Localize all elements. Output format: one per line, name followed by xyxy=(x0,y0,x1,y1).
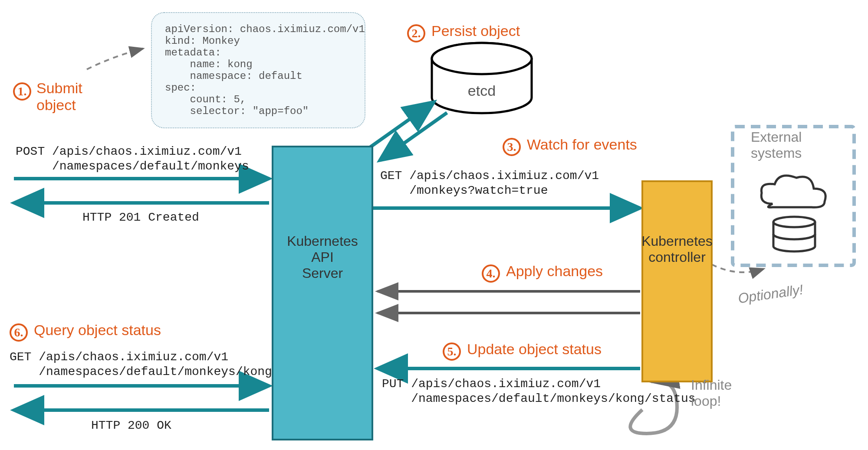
external-systems-label: External systems xyxy=(751,129,802,161)
step-4-num: 4. xyxy=(482,264,500,283)
api-server-box xyxy=(272,146,373,440)
step-3-label: Watch for events xyxy=(527,136,637,153)
database-icon xyxy=(773,217,815,251)
etcd-icon xyxy=(432,43,532,113)
step-6-label: Query object status xyxy=(34,322,161,339)
arrow-etcd-to-api xyxy=(380,113,447,160)
get-status-response: HTTP 200 OK xyxy=(91,419,171,432)
step-5-num: 5. xyxy=(443,342,461,361)
step-4-label: Apply changes xyxy=(506,263,603,280)
put-status-line2: /namespaces/default/monkeys/kong/status xyxy=(382,392,696,405)
get-status-line1: GET /apis/chaos.iximiuz.com/v1 xyxy=(10,350,228,364)
controller-box xyxy=(641,180,713,382)
step-2-label: Persist object xyxy=(431,23,520,39)
post-request-line1: POST /apis/chaos.iximiuz.com/v1 xyxy=(16,145,242,158)
controller-label: Kubernetes controller xyxy=(628,233,726,265)
step-6-num: 6. xyxy=(10,323,28,342)
step-1-label: Submit object xyxy=(36,80,82,114)
post-response: HTTP 201 Created xyxy=(82,211,199,224)
arrow-api-to-etcd xyxy=(367,102,434,150)
svg-point-1 xyxy=(432,43,532,74)
etcd-label: etcd xyxy=(456,82,508,99)
infinite-loop-icon xyxy=(630,381,677,434)
get-status-line2: /namespaces/default/monkeys/kong xyxy=(10,365,272,378)
arrow-submit-to-yaml xyxy=(87,49,143,69)
api-server-label: Kubernetes API Server xyxy=(272,233,373,281)
infinite-loop-annotation: Infinite loop! xyxy=(691,377,732,409)
put-status-line1: PUT /apis/chaos.iximiuz.com/v1 xyxy=(382,377,601,391)
step-5-label: Update object status xyxy=(467,341,602,358)
cloud-icon xyxy=(761,176,825,207)
yaml-spec: apiVersion: chaos.iximiuz.com/v1 kind: M… xyxy=(151,12,365,128)
diagram-stage: apiVersion: chaos.iximiuz.com/v1 kind: M… xyxy=(0,0,868,450)
step-1-num: 1. xyxy=(13,82,31,101)
watch-request-line2: /monkeys?watch=true xyxy=(380,184,548,197)
post-request-line2: /namespaces/default/monkeys xyxy=(16,160,249,173)
arrow-controller-to-external xyxy=(712,264,764,272)
svg-point-2 xyxy=(773,217,815,227)
step-3-num: 3. xyxy=(503,138,521,156)
watch-request-line1: GET /apis/chaos.iximiuz.com/v1 xyxy=(380,169,599,183)
step-2-num: 2. xyxy=(407,24,425,42)
